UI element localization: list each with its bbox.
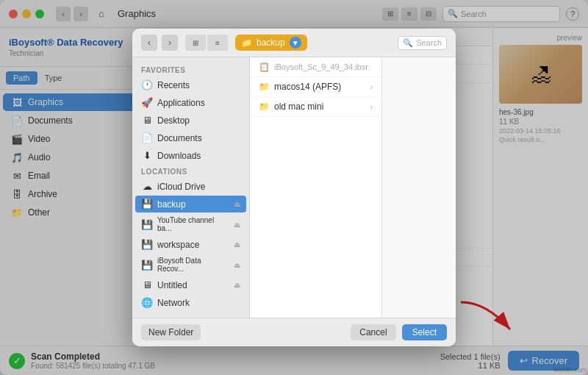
dsidebar-item-untitled[interactable]: 🖥 Untitled ⏏ bbox=[135, 276, 246, 293]
dsidebar-item-icloud[interactable]: ☁ iCloud Drive bbox=[135, 178, 246, 195]
dialog-file-item[interactable]: 📋 iBoysoft_Sc_9_49_34.ibsr bbox=[250, 57, 381, 77]
dialog-list-view[interactable]: ≡ bbox=[207, 35, 228, 51]
file-label: iBoysoft_Sc_9_49_34.ibsr bbox=[274, 63, 368, 71]
dsidebar-item-desktop[interactable]: 🖥 Desktop bbox=[135, 112, 246, 129]
file-label: macos14 (APFS) bbox=[274, 82, 341, 92]
dsidebar-label: Untitled bbox=[157, 280, 187, 290]
dialog-back-button[interactable]: ‹ bbox=[141, 35, 157, 51]
dsidebar-item-youtube[interactable]: 💾 YouTube channel ba... ⏏ bbox=[135, 213, 246, 235]
dsidebar-label: Network bbox=[157, 298, 190, 308]
dsidebar-label: iBoysoft Data Recov... bbox=[157, 257, 229, 273]
dialog-overlay: ‹ › ⊞ ≡ 📁 backup ▼ 🔍 Search Favorites bbox=[0, 0, 588, 375]
locations-section-label: Locations bbox=[135, 165, 246, 177]
location-label: backup bbox=[257, 38, 285, 48]
iboysoft-icon: 💾 bbox=[141, 260, 153, 271]
folder-icon: 📁 bbox=[259, 82, 270, 92]
dialog-view-buttons: ⊞ ≡ bbox=[185, 35, 228, 51]
dialog-grid-view[interactable]: ⊞ bbox=[185, 35, 206, 51]
dsidebar-item-workspace[interactable]: 💾 workspace ⏏ bbox=[135, 236, 246, 253]
dsidebar-item-recents[interactable]: 🕐 Recents bbox=[135, 76, 246, 93]
dialog-finder-sidebar: Favorites 🕐 Recents 🚀 Applications 🖥 Des… bbox=[132, 57, 250, 318]
file-icon: 📋 bbox=[259, 62, 270, 72]
documents-icon: 📄 bbox=[141, 132, 153, 143]
dsidebar-label: workspace bbox=[157, 240, 199, 250]
dsidebar-label: Desktop bbox=[157, 115, 190, 126]
applications-icon: 🚀 bbox=[141, 97, 153, 108]
dialog-toolbar: ‹ › ⊞ ≡ 📁 backup ▼ 🔍 Search bbox=[132, 29, 456, 57]
icloud-icon: ☁ bbox=[141, 181, 153, 192]
dsidebar-item-iboysoft[interactable]: 💾 iBoysoft Data Recov... ⏏ bbox=[135, 254, 246, 276]
dsidebar-label: Downloads bbox=[157, 151, 201, 161]
dialog-forward-button[interactable]: › bbox=[162, 35, 178, 51]
backup-icon: 💾 bbox=[141, 199, 153, 210]
dsidebar-label: Recents bbox=[157, 80, 190, 90]
favorites-section-label: Favorites bbox=[135, 63, 246, 76]
dialog-location-bar[interactable]: 📁 backup ▼ bbox=[235, 35, 307, 51]
dsidebar-label: iCloud Drive bbox=[157, 182, 205, 192]
folder-icon: 📁 bbox=[259, 101, 270, 112]
select-button[interactable]: Select bbox=[402, 324, 447, 340]
eject-icon[interactable]: ⏏ bbox=[234, 200, 240, 208]
eject-icon[interactable]: ⏏ bbox=[234, 240, 240, 249]
dsidebar-item-applications[interactable]: 🚀 Applications bbox=[135, 94, 246, 111]
dsidebar-label: Applications bbox=[157, 98, 205, 108]
dialog-body: Favorites 🕐 Recents 🚀 Applications 🖥 Des… bbox=[132, 57, 456, 318]
file-dialog: ‹ › ⊞ ≡ 📁 backup ▼ 🔍 Search Favorites bbox=[132, 29, 456, 346]
dsidebar-item-documents[interactable]: 📄 Documents bbox=[135, 129, 246, 146]
eject-icon[interactable]: ⏏ bbox=[234, 261, 240, 269]
dsidebar-label: Documents bbox=[157, 133, 202, 143]
new-folder-button[interactable]: New Folder bbox=[141, 324, 201, 340]
cancel-button[interactable]: Cancel bbox=[351, 324, 395, 340]
dsidebar-label: YouTube channel ba... bbox=[157, 216, 229, 232]
dsidebar-item-backup[interactable]: 💾 backup ⏏ bbox=[135, 196, 246, 213]
dialog-file-item[interactable]: 📁 old mac mini › bbox=[250, 97, 381, 117]
dialog-search-bar[interactable]: 🔍 Search bbox=[398, 36, 447, 50]
dsidebar-label: backup bbox=[157, 199, 186, 210]
network-icon: 🌐 bbox=[141, 297, 153, 308]
desktop-icon: 🖥 bbox=[141, 115, 153, 126]
chevron-right-icon: › bbox=[370, 83, 373, 91]
eject-icon[interactable]: ⏏ bbox=[234, 221, 240, 229]
downloads-icon: ⬇ bbox=[141, 150, 153, 161]
dialog-file-item[interactable]: 📁 macos14 (APFS) › bbox=[250, 77, 381, 97]
dialog-column-2 bbox=[382, 57, 456, 318]
file-label: old mac mini bbox=[274, 101, 323, 112]
folder-icon: 📁 bbox=[241, 38, 252, 48]
dialog-column-1: 📋 iBoysoft_Sc_9_49_34.ibsr 📁 macos14 (AP… bbox=[250, 57, 382, 318]
eject-icon[interactable]: ⏏ bbox=[234, 281, 240, 289]
dialog-footer: New Folder Cancel Select bbox=[132, 318, 456, 346]
dsidebar-item-network[interactable]: 🌐 Network bbox=[135, 294, 246, 311]
search-icon: 🔍 bbox=[403, 38, 413, 48]
location-dropdown-button[interactable]: ▼ bbox=[290, 37, 301, 49]
dsidebar-item-downloads[interactable]: ⬇ Downloads bbox=[135, 147, 246, 164]
recents-icon: 🕐 bbox=[141, 79, 153, 90]
youtube-icon: 💾 bbox=[141, 219, 153, 230]
untitled-icon: 🖥 bbox=[141, 279, 153, 290]
dialog-columns: 📋 iBoysoft_Sc_9_49_34.ibsr 📁 macos14 (AP… bbox=[250, 57, 456, 318]
workspace-icon: 💾 bbox=[141, 239, 153, 250]
chevron-right-icon: › bbox=[370, 103, 373, 111]
